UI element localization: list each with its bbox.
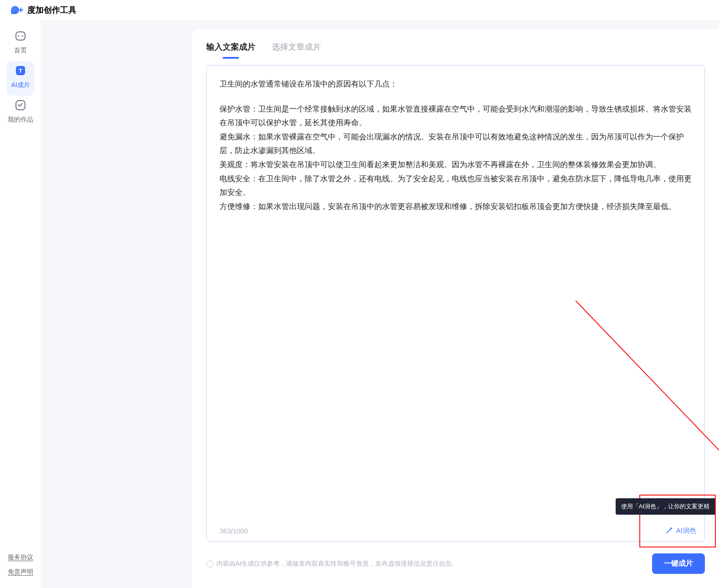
sidebar-item-label: 首页 xyxy=(14,46,27,55)
ai-polish-button[interactable]: AI润色 xyxy=(665,526,696,536)
script-editor[interactable]: 卫生间的水管通常铺设在吊顶中的原因有以下几点： 保护水管：卫生间是一个经常接触到… xyxy=(207,66,704,541)
sidebar-item-label: 我的作品 xyxy=(8,116,33,124)
mode-tabs: 输入文案成片 选择文章成片 xyxy=(193,30,719,59)
link-disclaimer[interactable]: 免责声明 xyxy=(8,568,33,576)
authoring-card: 输入文案成片 选择文章成片 卫生间的水管通常铺设在吊顶中的原因有以下几点： 保护… xyxy=(192,29,719,588)
svg-rect-0 xyxy=(16,32,25,40)
script-editor-box: 卫生间的水管通常铺设在吊顶中的原因有以下几点： 保护水管：卫生间是一个经常接触到… xyxy=(206,65,705,542)
char-count-current: 363 xyxy=(219,527,231,535)
editor-line: 美观度：将水管安装在吊顶中可以使卫生间看起来更加整洁和美观。因为水管不再裸露在外… xyxy=(219,158,692,172)
link-terms-of-service[interactable]: 服务协议 xyxy=(8,553,33,562)
editor-line: 电线安全：在卫生间中，除了水管之外，还有电线。为了安全起见，电线也应当被安装在吊… xyxy=(219,172,692,200)
home-icon xyxy=(14,30,27,44)
ai-polish-label: AI润色 xyxy=(676,527,696,535)
my-works-icon xyxy=(14,99,27,113)
app-logo-icon: + xyxy=(11,5,24,15)
char-counter: 363/1000 xyxy=(219,527,248,535)
app-logo-bar: + 度加创作工具 xyxy=(0,0,719,20)
ai-disclaimer-text: 内容由AI生成仅供参考，请核查内容真实性和账号资质，发布虚假违规信息责任自负。 xyxy=(216,560,458,568)
ai-video-icon: T xyxy=(15,65,26,78)
tab-input-script[interactable]: 输入文案成片 xyxy=(206,41,255,59)
sidebar-item-my-works[interactable]: 我的作品 xyxy=(7,96,34,130)
magic-wand-icon xyxy=(665,526,673,536)
editor-line: 避免漏水：如果水管裸露在空气中，可能会出现漏水的情况。安装在吊顶中可以有效地避免… xyxy=(219,130,692,158)
ai-disclaimer-note: ! 内容由AI生成仅供参考，请核查内容真实性和账号资质，发布虚假违规信息责任自负… xyxy=(206,560,458,568)
sidebar-item-label: AI成片 xyxy=(11,81,30,89)
info-icon: ! xyxy=(206,560,214,568)
tab-select-article[interactable]: 选择文章成片 xyxy=(272,41,321,59)
sidebar: 首页 T AI成片 我的作品 服务协议 免责声明 xyxy=(0,20,41,588)
app-name: 度加创作工具 xyxy=(27,5,76,15)
editor-line: 方便维修：如果水管出现问题，安装在吊顶中的水管更容易被发现和维修，拆除安装铝扣板… xyxy=(219,200,692,214)
svg-point-2 xyxy=(21,35,23,36)
editor-line: 卫生间的水管通常铺设在吊顶中的原因有以下几点： xyxy=(219,77,692,92)
card-footer: ! 内容由AI生成仅供参考，请核查内容真实性和账号资质，发布虚假违规信息责任自负… xyxy=(193,542,719,588)
generate-video-button[interactable]: 一键成片 xyxy=(652,553,705,574)
editor-line: 保护水管：卫生间是一个经常接触到水的区域，如果水管直接裸露在空气中，可能会受到水… xyxy=(219,102,692,130)
svg-text:T: T xyxy=(19,67,22,74)
sidebar-item-home[interactable]: 首页 xyxy=(7,26,34,61)
sidebar-footer: 服务协议 免责声明 xyxy=(0,547,41,576)
char-count-max: 1000 xyxy=(233,527,248,535)
editor-blank-line xyxy=(219,92,692,102)
svg-point-1 xyxy=(18,35,19,36)
sidebar-item-ai-video[interactable]: T AI成片 xyxy=(7,61,34,96)
